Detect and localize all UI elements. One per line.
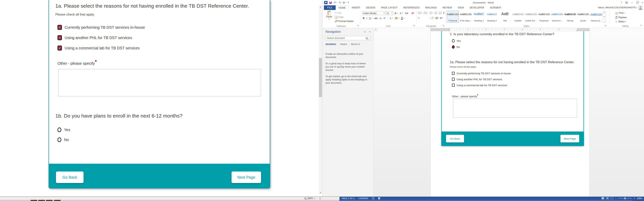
nav-tab-results[interactable]: RESULTS — [349, 43, 362, 45]
cut-button[interactable]: ✂ Cut — [335, 11, 341, 14]
bullets-button[interactable]: ▾ — [418, 12, 422, 14]
first-line-indent-marker[interactable] — [448, 28, 450, 29]
style-quote[interactable]: AaBbCcDcQuote — [577, 11, 589, 23]
select-button[interactable]: ↖Select▾ — [616, 20, 626, 23]
help-button[interactable]: ? — [621, 1, 622, 4]
zoom-in-icon[interactable]: + — [634, 197, 635, 200]
radio-button-no[interactable] — [58, 137, 61, 142]
scrollbar-down-icon[interactable]: ∨ — [319, 191, 322, 194]
taskbar-button[interactable] — [54, 200, 60, 201]
style-heading-2[interactable]: AaBbCcIHeading 2 — [486, 11, 498, 23]
style-no-spacing[interactable]: AaBbCcDc¶ No Spac... — [460, 11, 472, 23]
grow-font-button[interactable]: A▲ — [394, 11, 398, 15]
zoom-control[interactable]: 150% ▼ — [304, 197, 321, 200]
scrollbar-thumb[interactable] — [319, 58, 322, 97]
tab-design[interactable]: DESIGN — [363, 5, 378, 10]
justify-button[interactable] — [426, 17, 428, 18]
user-avatar[interactable] — [638, 5, 643, 10]
align-left-button[interactable] — [418, 17, 420, 18]
clear-formatting-icon[interactable] — [411, 12, 414, 14]
format-painter-button[interactable]: Format Painter — [335, 20, 354, 22]
increase-indent-icon[interactable] — [439, 12, 442, 14]
macro-record-icon[interactable] — [378, 197, 380, 199]
nav-tab-pages[interactable]: PAGES — [338, 43, 349, 45]
style-title[interactable]: AaBTitle — [499, 11, 511, 23]
replace-button[interactable]: abacReplace — [616, 16, 627, 19]
text-effects-button[interactable]: A — [390, 17, 392, 20]
checkbox-checked-icon[interactable]: ✓ — [58, 35, 62, 40]
left-app-scrollbar[interactable]: ∧ ∨ — [319, 5, 322, 194]
print-layout-icon[interactable] — [606, 197, 609, 199]
numbering-button[interactable]: ▾ — [424, 12, 428, 14]
styles-dialog-launcher-icon[interactable] — [604, 25, 606, 27]
nav-tab-headings[interactable]: HEADINGS — [326, 43, 338, 45]
tab-home[interactable]: HOME — [336, 5, 349, 10]
font-dialog-launcher-icon[interactable] — [413, 25, 415, 27]
taskbar-button[interactable] — [38, 200, 45, 201]
tab-references[interactable]: REFERENCES — [400, 5, 422, 10]
zoom-slider[interactable] — [618, 198, 632, 199]
multilevel-list-button[interactable]: ▾ — [429, 12, 433, 14]
tab-selector[interactable]: L — [374, 28, 378, 31]
clipboard-dialog-launcher-icon[interactable] — [357, 25, 359, 27]
font-color-dropdown-icon[interactable]: ▾ — [404, 17, 404, 19]
zoom-percentage[interactable]: 100% — [637, 197, 642, 200]
underline-button[interactable]: U — [369, 17, 371, 19]
document-page[interactable]: 1. Is your laboratory currently enrolled… — [430, 31, 590, 197]
checkbox-checked-icon[interactable]: ✓ — [58, 45, 62, 50]
page-indicator[interactable]: PAGE 5 OF 6 — [342, 197, 354, 200]
next-page-button[interactable]: Next Page — [232, 172, 261, 183]
superscript-button[interactable]: x² — [384, 17, 386, 19]
strikethrough-button[interactable]: abc — [374, 17, 378, 19]
style-emphasis[interactable]: AaBbCcDcEmphasis — [538, 11, 550, 23]
style-intense-emphasis[interactable]: AaBbCcDcIntense E... — [551, 11, 563, 23]
paste-button[interactable]: Paste ▾ — [324, 11, 334, 23]
minimize-button[interactable]: — — [631, 1, 633, 4]
find-button[interactable]: Find▾ — [616, 12, 625, 14]
word-count[interactable]: 0 WORDS — [358, 197, 368, 200]
shrink-font-button[interactable]: A▼ — [399, 12, 404, 14]
sort-button[interactable]: AZ↓ — [443, 12, 446, 14]
tab-mailings[interactable]: MAILINGS — [422, 5, 440, 10]
tab-review[interactable]: REVIEW — [440, 5, 455, 10]
shading-button[interactable]: ▾ — [436, 17, 439, 19]
radio-button-yes[interactable] — [58, 128, 61, 132]
taskbar-button[interactable] — [46, 200, 52, 201]
highlight-dropdown-icon[interactable]: ▾ — [398, 17, 399, 19]
paste-dropdown-icon[interactable]: ▾ — [329, 18, 330, 20]
line-spacing-button[interactable]: ↕▾ — [430, 17, 434, 19]
style-normal[interactable]: AaBbCcDc¶ Normal — [447, 11, 459, 23]
paragraph-dialog-launcher-icon[interactable] — [442, 25, 444, 27]
restore-button[interactable] — [636, 1, 638, 3]
signed-in-user[interactable]: Yakrus, Mitchell (CDC/OID/NCHHSTP) ▾ — [598, 6, 637, 8]
taskbar-button[interactable] — [31, 200, 37, 201]
styles-gallery-scroll[interactable]: ▲▼⌄ — [603, 11, 606, 23]
font-size-combobox[interactable]: 11▾ — [386, 11, 393, 15]
read-mode-icon[interactable] — [602, 197, 604, 199]
style-intense-quote[interactable]: AaBbCcDcIntense Q... — [590, 11, 602, 23]
underline-dropdown-icon[interactable]: ▾ — [372, 17, 372, 19]
font-color-button[interactable]: A — [401, 17, 403, 20]
checkbox-checked-icon[interactable]: ✓ — [58, 25, 62, 30]
scrollbar-up-icon[interactable]: ∧ — [319, 5, 322, 8]
zoom-slider-thumb[interactable] — [625, 197, 626, 199]
chevron-down-icon[interactable]: ▼ — [314, 198, 316, 199]
style-heading-1[interactable]: AaBbCHeading 1 — [473, 11, 485, 23]
bold-button[interactable]: B — [363, 17, 364, 19]
collapse-ribbon-icon[interactable]: ∧ — [640, 24, 642, 27]
other-specify-textarea[interactable] — [58, 69, 261, 96]
hanging-indent-marker[interactable] — [448, 30, 450, 31]
borders-button[interactable]: ⊞▾ — [440, 16, 443, 19]
go-back-button[interactable]: Go Back — [56, 172, 84, 183]
text-effects-dropdown-icon[interactable]: ▾ — [392, 17, 393, 19]
ribbon-display-options-icon[interactable]: ▲ — [625, 1, 628, 3]
web-layout-icon[interactable] — [611, 197, 613, 199]
navigation-pane-menu-icon[interactable]: ▼ — [364, 31, 366, 33]
search-icon[interactable] — [366, 37, 368, 39]
highlight-color-button[interactable]: ab — [395, 17, 398, 20]
decrease-indent-icon[interactable] — [434, 12, 437, 14]
close-button[interactable]: × — [642, 1, 643, 4]
tab-page-layout[interactable]: PAGE LAYOUT — [378, 5, 400, 10]
tab-insert[interactable]: INSERT — [349, 5, 364, 10]
style-strong[interactable]: AaBbCcDcStrong — [564, 11, 576, 23]
